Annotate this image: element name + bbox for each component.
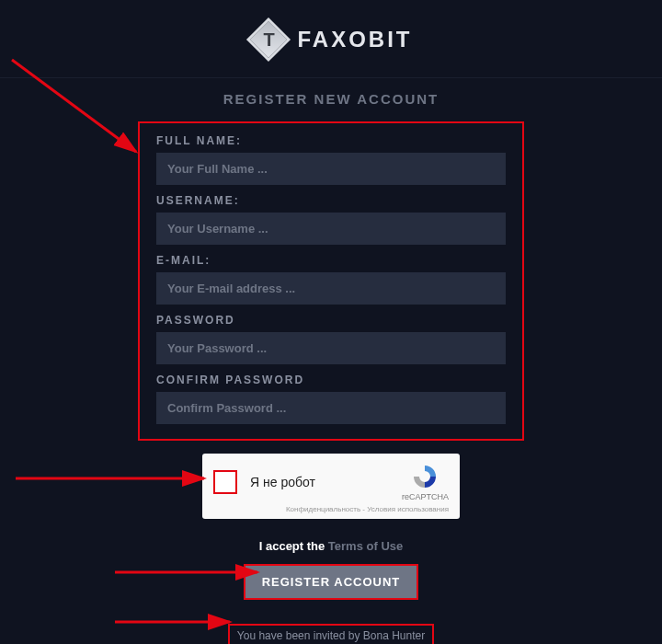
- recaptcha-brand: reCAPTCHA: [402, 492, 449, 501]
- confirm-password-input[interactable]: [156, 392, 506, 424]
- username-input[interactable]: [156, 213, 506, 245]
- email-input[interactable]: [156, 272, 506, 305]
- invited-by-text: You have been invited by Bona Hunter: [228, 624, 434, 644]
- recaptcha-logo-icon: [411, 463, 439, 490]
- fullname-label: FULL NAME:: [156, 134, 506, 147]
- register-form: FULL NAME: USERNAME: E-MAIL: PASSWORD CO…: [138, 121, 524, 441]
- recaptcha-label: Я не робот: [250, 475, 315, 489]
- password-input[interactable]: [156, 332, 506, 364]
- recaptcha-checkbox[interactable]: [213, 470, 237, 494]
- divider: [0, 77, 662, 78]
- register-account-button[interactable]: REGISTER ACCOUNT: [244, 564, 419, 600]
- brand-header: T FAXOBIT: [0, 0, 662, 59]
- terms-of-use-link[interactable]: Terms of Use: [328, 539, 403, 553]
- annotation-arrow-icon: [11, 469, 213, 488]
- accept-prefix: I accept the: [259, 539, 328, 553]
- password-label: PASSWORD: [156, 314, 506, 327]
- accept-terms-row: I accept the Terms of Use: [0, 539, 662, 553]
- recaptcha-widget: Я не робот reCAPTCHA Конфиденциальность …: [202, 454, 460, 519]
- page-title: REGISTER NEW ACCOUNT: [0, 91, 662, 107]
- fullname-input[interactable]: [156, 153, 506, 185]
- brand-logo-icon: T: [249, 20, 288, 59]
- brand-name: FAXOBIT: [297, 27, 412, 52]
- annotation-arrow-icon: [7, 55, 154, 166]
- confirm-password-label: CONFIRM PASSWORD: [156, 374, 506, 386]
- recaptcha-footer: Конфиденциальность - Условия использован…: [213, 505, 449, 513]
- username-label: USERNAME:: [156, 194, 506, 207]
- annotation-arrow-icon: [110, 613, 239, 631]
- email-label: E-MAIL:: [156, 254, 506, 267]
